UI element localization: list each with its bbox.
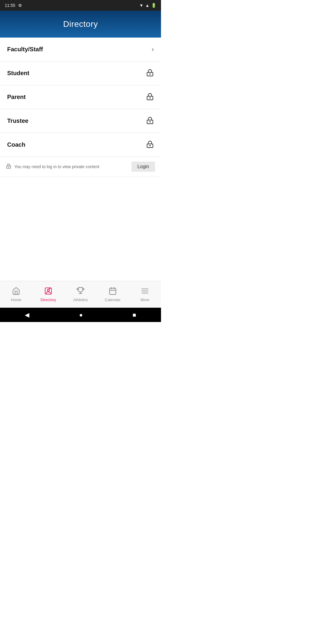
chevron-right-icon: › <box>152 46 154 53</box>
bottom-navigation: Home Directory Athletics <box>0 281 161 308</box>
list-item-faculty-staff[interactable]: Faculty/Staff › <box>0 38 161 61</box>
svg-point-1 <box>150 74 150 74</box>
lock-icon <box>146 93 154 102</box>
nav-label-calendar: Calendar <box>105 298 121 302</box>
nav-item-athletics[interactable]: Athletics <box>64 287 97 302</box>
svg-point-5 <box>150 121 150 122</box>
page-title: Directory <box>63 19 98 29</box>
page-header: Directory <box>0 11 161 38</box>
home-icon <box>12 287 20 296</box>
status-bar: 11:55 ⚙ ▼ ▲ 🔋 <box>0 0 161 11</box>
list-item-student[interactable]: Student <box>0 61 161 85</box>
nav-label-athletics: Athletics <box>73 298 88 302</box>
nav-item-calendar[interactable]: Calendar <box>97 287 129 302</box>
nav-item-home[interactable]: Home <box>0 287 32 302</box>
svg-point-9 <box>8 167 9 167</box>
svg-rect-16 <box>110 288 116 295</box>
list-item-trustee[interactable]: Trustee <box>0 109 161 133</box>
list-item-parent[interactable]: Parent <box>0 85 161 109</box>
directory-icon <box>44 287 52 296</box>
nav-item-more[interactable]: More <box>129 287 161 302</box>
calendar-icon <box>109 287 117 296</box>
login-notice: You may need to log in to view private c… <box>0 157 161 177</box>
faculty-staff-label: Faculty/Staff <box>7 46 43 53</box>
recents-button[interactable]: ■ <box>132 312 136 318</box>
svg-point-11 <box>47 289 49 291</box>
signal-icon: ▲ <box>145 3 149 8</box>
lock-icon <box>146 117 154 126</box>
trophy-icon <box>76 287 85 296</box>
battery-icon: 🔋 <box>151 3 156 8</box>
coach-label: Coach <box>7 141 25 148</box>
trustee-label: Trustee <box>7 117 28 124</box>
lock-icon <box>146 69 154 78</box>
gear-icon: ⚙ <box>18 3 22 8</box>
parent-label: Parent <box>7 94 26 100</box>
wifi-icon: ▼ <box>139 3 143 8</box>
svg-point-3 <box>150 97 150 98</box>
login-notice-text: You may need to log in to view private c… <box>14 164 129 169</box>
android-navigation-bar: ◀ ● ■ <box>0 308 161 322</box>
menu-icon <box>141 287 149 296</box>
list-item-coach[interactable]: Coach <box>0 133 161 157</box>
nav-label-directory: Directory <box>41 298 56 302</box>
lock-small-icon <box>6 163 11 170</box>
svg-point-7 <box>150 145 150 146</box>
student-label: Student <box>7 70 29 77</box>
status-time: 11:55 <box>5 3 15 8</box>
directory-list: Faculty/Staff › Student Parent Trustee <box>0 38 161 157</box>
nav-item-directory[interactable]: Directory <box>32 287 64 302</box>
login-button[interactable]: Login <box>131 162 155 172</box>
nav-label-home: Home <box>11 298 21 302</box>
home-button[interactable]: ● <box>79 312 83 318</box>
nav-label-more: More <box>140 298 149 302</box>
back-button[interactable]: ◀ <box>25 311 29 318</box>
lock-icon <box>146 140 154 149</box>
